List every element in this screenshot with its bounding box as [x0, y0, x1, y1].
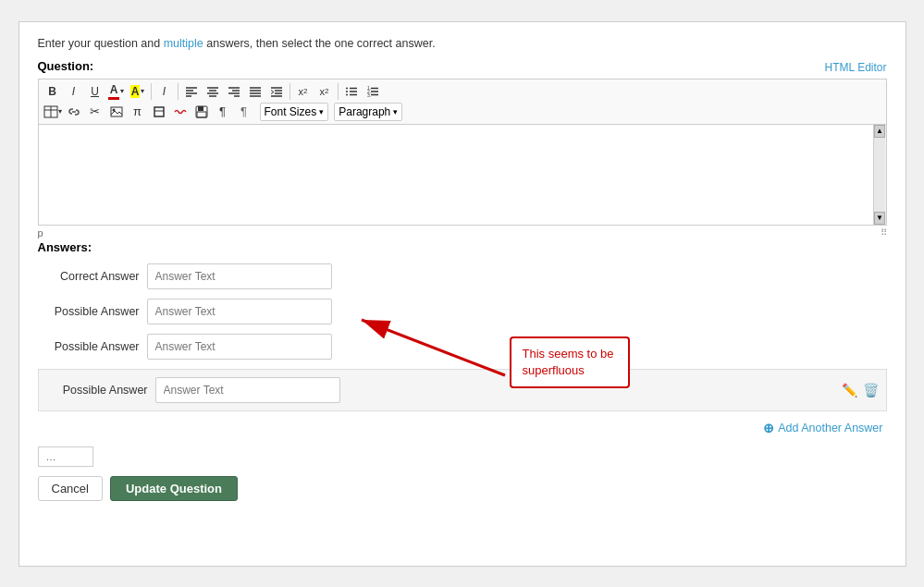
toolbar-separator-2 [178, 83, 179, 100]
html-editor-link[interactable]: HTML Editor [825, 61, 887, 74]
toolbar-separator-1 [151, 83, 152, 100]
answer-label-1: Possible Answer [38, 305, 140, 318]
resize-handle[interactable]: ⠿ [881, 227, 887, 238]
answer-row-0: Correct Answer [38, 263, 887, 289]
editor-status-bar: p ⠿ [38, 226, 887, 240]
svg-rect-40 [198, 106, 203, 111]
toolbar-separator-4 [338, 83, 339, 100]
add-answer-button[interactable]: ⊕ Add Another Answer [763, 421, 882, 435]
editor-tag: p [38, 227, 43, 238]
paragraph-mark-button[interactable]: ¶ [213, 103, 233, 121]
scrollbar-down-button[interactable]: ▼ [874, 212, 885, 225]
editor-area[interactable]: ▲ ▼ [38, 124, 887, 226]
link-button[interactable] [64, 103, 84, 121]
answer-row-1: Possible Answer [38, 299, 887, 324]
possible-answer-input-1[interactable] [147, 299, 332, 324]
paragraph-mark2-button[interactable]: ¶ [234, 103, 254, 121]
toolbar-row-2: ▾ ✂ π ¶ ¶ Font Sizes ▾ [43, 103, 882, 121]
superscript-button[interactable]: x2 [293, 82, 314, 101]
font-sizes-arrow: ▾ [319, 107, 324, 116]
pagination-box[interactable]: … [38, 446, 93, 467]
svg-rect-35 [111, 107, 122, 116]
svg-point-24 [346, 93, 348, 95]
svg-point-22 [346, 91, 348, 92]
font-sizes-dropdown[interactable]: Font Sizes ▾ [260, 103, 329, 121]
svg-point-20 [346, 87, 348, 89]
answer-label-0: Correct Answer [38, 270, 140, 283]
main-container: Enter your question and multiple answers… [18, 21, 906, 567]
multiple-link[interactable]: multiple [164, 37, 203, 50]
button-row: Cancel Update Question [38, 476, 887, 501]
wave-button[interactable] [170, 103, 191, 121]
annotation-box: This seems to be superfluous [510, 336, 630, 388]
align-right-button[interactable] [224, 82, 244, 101]
correct-answer-input[interactable] [147, 263, 332, 289]
subscript-button[interactable]: x2 [314, 82, 335, 101]
answers-label: Answers: [38, 240, 887, 254]
scrollbar-up-button[interactable]: ▲ [874, 125, 885, 138]
plus-icon: ⊕ [763, 421, 774, 435]
table-button[interactable]: ▾ [43, 103, 63, 121]
paragraph-label: Paragraph [339, 105, 390, 118]
toolbar-row-1: B I U A ▾ A ▾ I [43, 82, 882, 101]
answer-label-2: Possible Answer [38, 340, 140, 353]
underline-button[interactable]: U [85, 82, 105, 101]
ordered-list-button[interactable]: 1.2.3. [363, 82, 383, 101]
pi-button[interactable]: π [128, 103, 148, 121]
svg-rect-37 [154, 107, 164, 116]
align-justify-button[interactable] [245, 82, 265, 101]
update-button[interactable]: Update Question [110, 476, 238, 501]
font-sizes-label: Font Sizes [265, 105, 317, 118]
editor-toolbar: B I U A ▾ A ▾ I [38, 79, 887, 124]
paragraph-dropdown[interactable]: Paragraph ▾ [334, 103, 402, 121]
italic2-button[interactable]: I [154, 82, 175, 101]
italic-button[interactable]: I [64, 82, 84, 101]
answer-row-3-highlighted: Possible Answer ✏️ 🗑️ [38, 369, 887, 411]
cancel-button[interactable]: Cancel [38, 476, 103, 501]
add-answer-label: Add Another Answer [778, 422, 882, 434]
edit-icon[interactable]: ✏️ [842, 383, 857, 397]
instruction-text: Enter your question and multiple answers… [38, 37, 887, 50]
unordered-list-button[interactable] [341, 82, 362, 101]
possible-answer-input-3[interactable] [155, 377, 340, 403]
align-center-button[interactable] [203, 82, 223, 101]
svg-text:3.: 3. [367, 92, 371, 98]
question-label: Question: [38, 59, 887, 73]
bold-button[interactable]: B [43, 82, 63, 101]
toolbar-separator-3 [290, 83, 290, 100]
editor-scrollbar[interactable]: ▲ ▼ [873, 125, 886, 225]
editor-content[interactable] [39, 125, 886, 225]
answer-actions-3: ✏️ 🗑️ [842, 383, 879, 397]
answer-label-3: Possible Answer [46, 384, 148, 397]
align-left-button[interactable] [181, 82, 202, 101]
answer-row-2: Possible Answer [38, 334, 887, 360]
font-color-button[interactable]: A ▾ [106, 82, 127, 101]
delete-icon[interactable]: 🗑️ [863, 383, 879, 397]
pagination-area: … [38, 446, 887, 467]
svg-rect-41 [197, 112, 206, 117]
image-button[interactable] [106, 103, 127, 121]
scissors-button[interactable]: ✂ [85, 103, 105, 121]
possible-answer-input-2[interactable] [147, 334, 332, 360]
highlight-button[interactable]: A ▾ [128, 82, 148, 101]
save-button[interactable] [191, 103, 212, 121]
box-button[interactable] [149, 103, 169, 121]
indent-button[interactable] [266, 82, 287, 101]
paragraph-arrow: ▾ [393, 107, 398, 116]
add-answer-row: ⊕ Add Another Answer [38, 421, 887, 435]
